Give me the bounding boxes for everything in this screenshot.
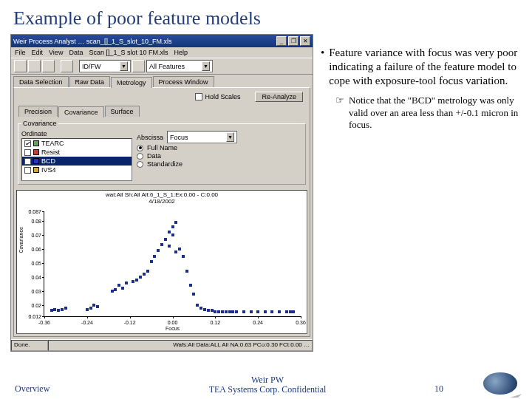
data-point xyxy=(225,310,228,313)
hold-scales-label: Hold Scales xyxy=(205,93,240,100)
data-point xyxy=(192,293,195,296)
abscissa-combo[interactable]: Focus▼ xyxy=(167,131,237,143)
data-point xyxy=(64,307,67,310)
bullet-sub: ☞ Notice that the "BCD" metrology was on… xyxy=(335,95,525,131)
tab-raw-data[interactable]: Raw Data xyxy=(69,76,111,87)
chevron-down-icon: ▼ xyxy=(226,132,234,142)
covariance-group: Covariance Ordinate TEARCResistBCDIVS4 A… xyxy=(18,120,306,185)
filter-combo[interactable]: All Features▼ xyxy=(146,60,213,72)
data-point xyxy=(92,304,95,307)
covariance-legend: Covariance xyxy=(21,120,58,127)
menu-file[interactable]: File xyxy=(15,49,26,56)
tab-surface[interactable]: Surface xyxy=(105,106,140,117)
minimize-button[interactable]: _ xyxy=(276,36,287,46)
bullet-sub-text: Notice that the "BCD" metrology was only… xyxy=(349,95,525,131)
data-point xyxy=(221,310,224,313)
data-point xyxy=(174,221,177,224)
hold-scales-check[interactable]: Hold Scales xyxy=(195,93,240,100)
tab-data-selection[interactable]: Data Selection xyxy=(13,76,69,87)
data-point xyxy=(114,288,117,291)
bullet-main-text: Feature variance with focus was very poo… xyxy=(329,46,525,87)
feature-item[interactable]: Resist xyxy=(22,148,132,157)
data-point xyxy=(143,273,146,276)
tab-covariance[interactable]: Covariance xyxy=(58,106,104,117)
mode-combo[interactable]: ID/FW▼ xyxy=(79,60,131,72)
footer-center: Weir PWTEA Systems Corp. Confidential xyxy=(140,375,395,395)
maximize-button[interactable]: ❐ xyxy=(288,36,299,46)
data-point xyxy=(264,310,267,313)
data-point xyxy=(164,238,167,241)
titlebar: Weir Process Analyst … scan_[]_1_S_slot_… xyxy=(11,35,313,47)
data-point xyxy=(117,284,120,287)
data-point xyxy=(207,309,210,312)
data-point xyxy=(57,309,60,312)
data-point xyxy=(160,243,163,246)
data-point xyxy=(153,255,156,258)
chart-xlabel: Focus xyxy=(166,326,180,331)
abscissa-combo-value: Focus xyxy=(170,134,188,141)
toolbar-icon[interactable] xyxy=(61,60,73,72)
slide-title: Example of poor feature models xyxy=(0,0,532,30)
data-point xyxy=(217,310,220,313)
data-point xyxy=(139,276,142,279)
chart-title: wat:All Sh:All Alt:6_1_S_1:Ex:0.00 - C:0… xyxy=(17,191,307,205)
feature-list[interactable]: TEARCResistBCDIVS4 xyxy=(21,138,132,181)
data-point xyxy=(135,279,138,282)
data-point xyxy=(171,225,174,228)
status-left: Done. xyxy=(11,340,48,351)
bullet-main: • Feature variance with focus was very p… xyxy=(321,46,525,87)
menu-help[interactable]: Help xyxy=(174,49,188,56)
window-title: Weir Process Analyst … scan_[]_1_S_slot_… xyxy=(13,38,275,45)
menu-view[interactable]: View xyxy=(49,49,63,56)
hand-icon: ☞ xyxy=(335,95,344,131)
scatter-chart: wat:All Sh:All Alt:6_1_S_1:Ex:0.00 - C:0… xyxy=(16,190,307,334)
page-number: 10 xyxy=(395,383,483,395)
close-button[interactable]: ✕ xyxy=(300,36,310,46)
data-point xyxy=(292,310,295,313)
menu-edit[interactable]: Edit xyxy=(32,49,44,56)
data-point xyxy=(171,233,174,236)
feature-item[interactable]: IVS4 xyxy=(22,166,132,174)
data-point xyxy=(278,310,281,313)
data-point xyxy=(182,255,185,258)
mode-combo-value: ID/FW xyxy=(82,63,101,70)
chevron-down-icon: ▼ xyxy=(202,61,210,71)
toolbar-icon[interactable] xyxy=(28,60,41,72)
data-point xyxy=(178,248,181,250)
bullet-area: • Feature variance with focus was very p… xyxy=(321,34,525,352)
feature-item[interactable]: BCD xyxy=(22,157,132,166)
tab-process-window[interactable]: Process Window xyxy=(153,76,214,87)
radio-option[interactable]: Standardize xyxy=(137,160,302,168)
data-point xyxy=(146,270,149,273)
data-point xyxy=(53,308,56,311)
data-point xyxy=(270,310,273,313)
toolbar-icon[interactable] xyxy=(132,60,145,72)
bullet-icon: • xyxy=(321,46,324,87)
footer: Overview Weir PWTEA Systems Corp. Confid… xyxy=(0,372,532,395)
toolbar-icon[interactable] xyxy=(14,60,27,72)
footer-section: Overview xyxy=(15,383,140,395)
menu-scan[interactable]: Scan []_1_S slot 10 FM.xls xyxy=(89,49,168,56)
data-point xyxy=(86,308,89,311)
radio-option[interactable]: Full Name xyxy=(137,144,302,151)
radio-option[interactable]: Data xyxy=(137,152,302,160)
data-point xyxy=(200,307,202,310)
tab-precision[interactable]: Precision xyxy=(18,106,58,117)
globe-logo-icon xyxy=(483,372,517,395)
tab-metrology[interactable]: Metrology xyxy=(111,77,152,88)
feature-item[interactable]: TEARC xyxy=(22,139,132,148)
data-point xyxy=(61,308,64,311)
data-point xyxy=(196,304,199,307)
data-point xyxy=(214,310,216,313)
data-point xyxy=(211,309,214,312)
toolbar-icon[interactable] xyxy=(42,60,55,72)
menu-data[interactable]: Data xyxy=(69,49,83,56)
reanalyze-button[interactable]: Re-Analyze xyxy=(255,92,303,102)
data-point xyxy=(125,282,128,284)
data-point xyxy=(289,310,292,313)
data-point xyxy=(132,280,134,283)
status-right: Wafs:All Data:ALL All NA:0.63 PCo:0.30 F… xyxy=(48,340,313,351)
data-point xyxy=(168,231,171,233)
app-window: Weir Process Analyst … scan_[]_1_S_slot_… xyxy=(10,34,313,352)
data-point xyxy=(157,249,160,252)
